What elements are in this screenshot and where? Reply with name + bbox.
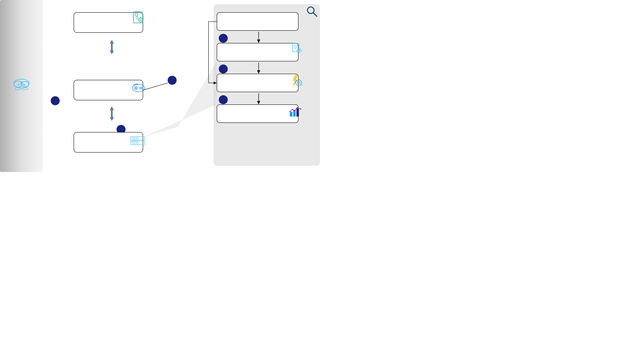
badge-1 [51,96,60,105]
arrow-traffic-feature [256,32,261,44]
svg-rect-83 [293,110,296,116]
svg-point-85 [289,111,290,112]
svg-marker-40 [110,106,114,110]
gamepad-icon [132,82,146,94]
svg-point-88 [297,107,298,108]
machine-learning-box [217,74,298,92]
svg-marker-30 [110,51,114,54]
svg-point-39 [139,87,140,89]
svg-rect-13 [134,12,143,23]
feature-selection-box [217,43,298,61]
svg-line-78 [296,80,297,81]
badge-6 [219,95,228,104]
arrow-feature-ml [256,62,261,75]
northbound-arrow [108,40,116,55]
svg-marker-90 [143,61,217,137]
svg-point-87 [294,110,296,111]
svg-rect-47 [137,137,138,139]
svg-point-15 [136,17,138,19]
svg-rect-41 [111,110,113,117]
svg-point-22 [138,18,143,22]
chart-icon [289,106,302,119]
svg-line-79 [301,85,302,85]
switch-icon [130,134,146,148]
badge-4 [168,76,177,85]
svg-point-86 [292,109,293,110]
document-gear-icon [291,42,302,55]
svg-rect-49 [134,142,136,144]
svg-point-38 [141,88,142,89]
svg-rect-31 [111,44,113,51]
circuit-icon [132,11,145,25]
applications-box [74,12,143,33]
svg-marker-28 [110,40,114,44]
svg-rect-45 [132,137,134,139]
switches-box [74,132,143,152]
cloud-icon [12,76,31,92]
svg-marker-81 [257,101,260,104]
svg-marker-71 [293,75,298,86]
svg-point-23 [140,19,142,21]
svg-point-89 [300,108,301,110]
svg-line-95 [143,83,168,90]
svg-rect-84 [296,108,299,116]
svg-point-36 [141,87,142,88]
svg-rect-43 [130,137,145,140]
svg-point-37 [142,87,143,89]
badge-5 [219,65,228,74]
svg-rect-44 [130,141,145,145]
svg-marker-42 [110,117,114,121]
svg-rect-14 [135,14,138,16]
svg-line-56 [313,13,317,16]
svg-rect-82 [290,112,292,116]
arrow-ml-metrics [256,93,261,105]
svg-rect-46 [134,137,136,139]
svg-marker-58 [257,40,260,43]
svg-marker-70 [257,70,260,74]
sdn-controller-box [74,80,143,100]
traffic-data-box [217,12,298,31]
svg-rect-50 [137,142,138,144]
search-icon [306,5,318,18]
big-data-panel [0,0,43,172]
southbound-arrow [108,106,116,122]
badge-3 [219,34,228,43]
svg-rect-48 [132,142,134,144]
svg-point-72 [296,80,302,86]
gears-icon [289,74,302,89]
svg-point-73 [298,82,300,84]
metrics-evaluation-box [217,104,298,123]
